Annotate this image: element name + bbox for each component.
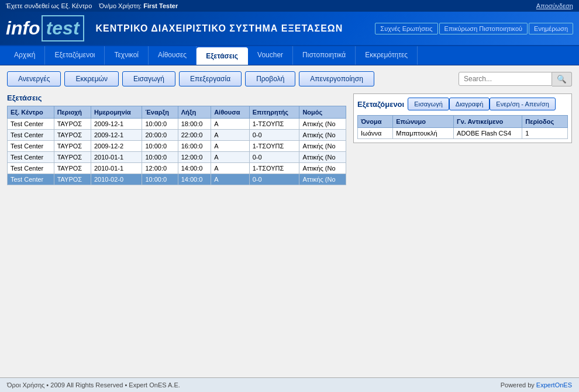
right-panel-title: Εξεταζόμενοι <box>357 100 404 109</box>
sub-nav: ΑνενεργέςΕκκρεμώνΕισαγωγήΕπεξεργασίαΠροβ… <box>7 71 572 86</box>
table-cell: ΤΑΥΡΟΣ <box>54 163 91 174</box>
subnav-btn-απενεργοποίηση[interactable]: Απενεργοποίηση <box>299 71 374 86</box>
examinees-table: ΌνομαΕπώνυμοΓν. ΑντικείμενοΠερίοδος Ιωάν… <box>357 115 568 139</box>
nav-item-εξεταζόμενοι[interactable]: Εξεταζόμενοι <box>45 46 105 65</box>
nav-item-εκκρεμότητες[interactable]: Εκκρεμότητες <box>356 46 418 65</box>
logo: infotest <box>6 15 84 41</box>
table-row[interactable]: Test CenterΤΑΥΡΟΣ2009-12-110:00:018:00:0… <box>8 119 346 130</box>
content: ΑνενεργέςΕκκρεμώνΕισαγωγήΕπεξεργασίαΠροβ… <box>0 65 579 358</box>
table-cell: Test Center <box>8 119 54 130</box>
table-cell: 10:00:0 <box>142 141 178 152</box>
table-cell: A <box>211 119 250 130</box>
table-row[interactable]: Test CenterΤΑΥΡΟΣ2010-02-010:00:014:00:0… <box>8 174 346 185</box>
table-cell: 16:00:0 <box>178 141 211 152</box>
right-panel-header: Εξεταζόμενοι ΕισαγωγήΔιαγραφήΕνερ/ση - Α… <box>357 98 568 110</box>
top-bar: Έχετε συνδεθεί ως Εξ. Κέντρο Όν/μο Χρήστ… <box>0 0 579 12</box>
nav-item-τεχνικοί[interactable]: Τεχνικοί <box>105 46 149 65</box>
nav-item-πιστοποιητικά[interactable]: Πιστοποιητικά <box>293 46 356 65</box>
subnav-btn-επεξεργασία[interactable]: Επεξεργασία <box>179 71 242 86</box>
nav-item-εξετάσεις[interactable]: Εξετάσεις <box>197 47 248 65</box>
table-cell: Test Center <box>8 141 54 152</box>
table-cell: 20:00:0 <box>142 130 178 141</box>
table-cell: 2009-12-2 <box>91 141 142 152</box>
table-cell: Αττικής (Νο <box>299 141 346 152</box>
table-row[interactable]: ΙωάνναΜπαμπτουκλήADOBE Flash CS41 <box>358 128 568 139</box>
col-header: Εξ. Κέντρο <box>8 106 54 119</box>
table-cell: Αττικής (Νο <box>299 152 346 163</box>
right-panel-buttons: ΕισαγωγήΔιαγραφήΕνερ/ση - Απεν/ση <box>408 98 556 110</box>
subnav-btn-εισαγωγή[interactable]: Εισαγωγή <box>122 71 175 86</box>
table-cell: Test Center <box>8 152 54 163</box>
col-header: Αίθουσα <box>211 106 250 119</box>
table-cell: Αττικής (Νο <box>299 130 346 141</box>
top-bar-connected: Έχετε συνδεθεί ως Εξ. Κέντρο Όν/μο Χρήστ… <box>6 2 178 9</box>
table-cell: A <box>211 174 250 185</box>
table-cell: ΤΑΥΡΟΣ <box>54 130 91 141</box>
table-cell: Αττικής (Νο <box>299 163 346 174</box>
news-link[interactable]: Ενημέρωση <box>529 23 573 34</box>
subnav-btn-ανενεργές[interactable]: Ανενεργές <box>7 71 61 86</box>
exams-table: Εξ. ΚέντροΠεριοχήΗμερομηνίαΈναρξηΛήξηΑίθ… <box>7 106 346 185</box>
action-btn-διαγραφή[interactable]: Διαγραφή <box>449 98 490 110</box>
col-header: Επιτηρητής <box>249 106 299 119</box>
table-row[interactable]: Test CenterΤΑΥΡΟΣ2010-01-112:00:014:00:0… <box>8 163 346 174</box>
table-cell: 18:00:0 <box>178 119 211 130</box>
table-cell: 2010-02-0 <box>91 174 142 185</box>
left-section-title: Εξετάσεις <box>7 93 346 102</box>
nav-item-voucher[interactable]: Voucher <box>248 46 293 65</box>
search-input[interactable] <box>459 72 552 86</box>
table-row[interactable]: Test CenterΤΑΥΡΟΣ2010-01-110:00:012:00:0… <box>8 152 346 163</box>
table-cell: 12:00:0 <box>142 163 178 174</box>
table-cell: 12:00:0 <box>178 152 211 163</box>
logout-button[interactable]: Αποσύνδεση <box>536 2 573 9</box>
col-header: Επώνυμο <box>393 116 454 128</box>
action-btn-εισαγωγή[interactable]: Εισαγωγή <box>408 98 449 110</box>
logo-test: test <box>46 18 80 39</box>
table-cell: 22:00:0 <box>178 130 211 141</box>
table-cell: ΤΑΥΡΟΣ <box>54 174 91 185</box>
table-cell: ΤΑΥΡΟΣ <box>54 152 91 163</box>
search-area: 🔍 <box>459 72 572 86</box>
table-cell: 1-ΤΣΟΥΠΣ <box>249 163 299 174</box>
table-cell: ΤΑΥΡΟΣ <box>54 119 91 130</box>
footer-right: Powered by ExpertOnES <box>501 381 572 388</box>
table-cell: 2010-01-1 <box>91 163 142 174</box>
user-label: Όν/μο Χρήστη: <box>99 2 142 9</box>
logo-info: info <box>6 18 40 39</box>
action-btn-ενερ-ση-απεν-ση[interactable]: Ενερ/ση - Απεν/ση <box>490 98 555 110</box>
table-cell: Test Center <box>8 163 54 174</box>
col-header: Όνομα <box>358 116 393 128</box>
search-button[interactable]: 🔍 <box>552 72 572 86</box>
col-header: Λήξη <box>178 106 211 119</box>
col-header: Νομός <box>299 106 346 119</box>
subnav-btn-εκκρεμών[interactable]: Εκκρεμών <box>64 71 118 86</box>
col-header: Περίοδος <box>522 116 568 128</box>
col-header: Έναρξη <box>142 106 178 119</box>
table-cell: 14:00:0 <box>178 163 211 174</box>
table-cell: 2010-01-1 <box>91 152 142 163</box>
table-row[interactable]: Test CenterΤΑΥΡΟΣ2009-12-120:00:022:00:0… <box>8 130 346 141</box>
table-cell: Μπαμπτουκλή <box>393 128 454 139</box>
subnav-btn-προβολή[interactable]: Προβολή <box>245 71 295 86</box>
table-cell: ΤΑΥΡΟΣ <box>54 141 91 152</box>
header: infotest ΚΕΝΤΡΙΚΟ ΔΙΑΧΕΙΡΙΣΤΙΚΟ ΣΥΣΤΗΜΑ … <box>0 12 579 46</box>
table-cell: A <box>211 130 250 141</box>
table-cell: 1 <box>522 128 568 139</box>
footer-right-prefix: Powered by <box>501 381 536 388</box>
validate-link[interactable]: Επικύρωση Πιστοποιητικού <box>439 23 528 34</box>
table-row[interactable]: Test CenterΤΑΥΡΟΣ2009-12-210:00:016:00:0… <box>8 141 346 152</box>
table-cell: 1-ΤΣΟΥΠΣ <box>249 119 299 130</box>
footer-link[interactable]: ExpertOnES <box>536 381 572 388</box>
main-nav: ΑρχικήΕξεταζόμενοιΤεχνικοίΑίθουσεςΕξετάσ… <box>0 46 579 65</box>
faq-link[interactable]: Συχνές Ερωτήσεις <box>375 23 437 34</box>
nav-item-αίθουσες[interactable]: Αίθουσες <box>149 46 197 65</box>
col-header: Γν. Αντικείμενο <box>454 116 522 128</box>
nav-item-αρχική[interactable]: Αρχική <box>5 46 45 65</box>
table-cell: Ιωάννα <box>358 128 393 139</box>
two-col: Εξετάσεις Εξ. ΚέντροΠεριοχήΗμερομηνίαΈνα… <box>7 93 572 185</box>
table-cell: Test Center <box>8 130 54 141</box>
table-cell: Αττικής (Νο <box>299 174 346 185</box>
table-cell: ADOBE Flash CS4 <box>454 128 522 139</box>
table-cell: 0-0 <box>249 130 299 141</box>
header-links: Συχνές Ερωτήσεις Επικύρωση Πιστοποιητικο… <box>375 23 573 34</box>
